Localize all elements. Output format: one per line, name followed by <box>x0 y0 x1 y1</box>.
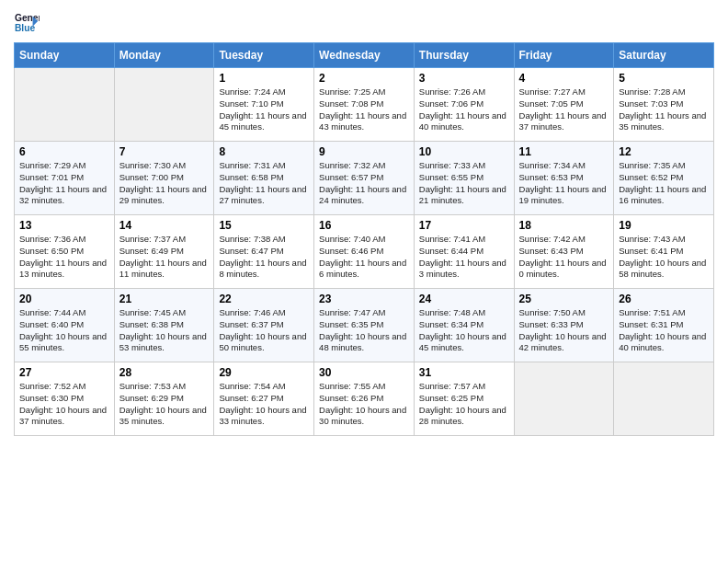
cell-day-number: 22 <box>219 293 309 305</box>
cell-day-number: 5 <box>619 72 709 85</box>
cell-sun-info: Sunrise: 7:36 AMSunset: 6:50 PMDaylight:… <box>19 234 109 281</box>
calendar-cell: 18Sunrise: 7:42 AMSunset: 6:43 PMDayligh… <box>514 215 614 289</box>
cell-day-number: 8 <box>219 145 309 158</box>
cell-sun-info: Sunrise: 7:30 AMSunset: 7:00 PMDaylight:… <box>119 160 210 207</box>
logo-icon: General Blue <box>14 9 40 35</box>
calendar-cell: 24Sunrise: 7:48 AMSunset: 6:34 PMDayligh… <box>414 289 514 362</box>
cell-sun-info: Sunrise: 7:50 AMSunset: 6:33 PMDaylight:… <box>519 307 609 354</box>
calendar-cell: 22Sunrise: 7:46 AMSunset: 6:37 PMDayligh… <box>214 289 314 362</box>
cell-sun-info: Sunrise: 7:24 AMSunset: 7:10 PMDaylight:… <box>219 86 309 133</box>
weekday-header: Friday <box>514 43 614 68</box>
cell-day-number: 27 <box>19 366 109 379</box>
calendar-cell <box>514 362 614 436</box>
calendar-header: SundayMondayTuesdayWednesdayThursdayFrid… <box>15 43 714 68</box>
cell-day-number: 7 <box>119 145 210 158</box>
calendar-week-row: 6Sunrise: 7:29 AMSunset: 7:01 PMDaylight… <box>15 142 714 215</box>
calendar-cell: 14Sunrise: 7:37 AMSunset: 6:49 PMDayligh… <box>114 215 214 289</box>
calendar-cell: 29Sunrise: 7:54 AMSunset: 6:27 PMDayligh… <box>214 362 314 436</box>
cell-day-number: 23 <box>319 293 409 305</box>
cell-day-number: 19 <box>619 219 709 232</box>
calendar-cell <box>114 68 214 142</box>
cell-day-number: 28 <box>119 366 210 379</box>
cell-sun-info: Sunrise: 7:31 AMSunset: 6:58 PMDaylight:… <box>219 160 309 207</box>
calendar-cell: 12Sunrise: 7:35 AMSunset: 6:52 PMDayligh… <box>614 142 714 215</box>
calendar-cell: 30Sunrise: 7:55 AMSunset: 6:26 PMDayligh… <box>314 362 415 436</box>
calendar-cell: 6Sunrise: 7:29 AMSunset: 7:01 PMDaylight… <box>15 142 115 215</box>
cell-day-number: 3 <box>419 72 509 85</box>
cell-sun-info: Sunrise: 7:48 AMSunset: 6:34 PMDaylight:… <box>419 307 509 354</box>
calendar-cell: 15Sunrise: 7:38 AMSunset: 6:47 PMDayligh… <box>214 215 314 289</box>
calendar-cell: 5Sunrise: 7:28 AMSunset: 7:03 PMDaylight… <box>614 68 714 142</box>
cell-day-number: 12 <box>619 145 709 158</box>
calendar-cell <box>15 68 115 142</box>
cell-sun-info: Sunrise: 7:46 AMSunset: 6:37 PMDaylight:… <box>219 307 309 354</box>
weekday-header: Tuesday <box>214 43 314 68</box>
cell-day-number: 9 <box>319 145 409 158</box>
calendar-cell: 11Sunrise: 7:34 AMSunset: 6:53 PMDayligh… <box>514 142 614 215</box>
calendar-cell: 13Sunrise: 7:36 AMSunset: 6:50 PMDayligh… <box>15 215 115 289</box>
calendar-cell: 4Sunrise: 7:27 AMSunset: 7:05 PMDaylight… <box>514 68 614 142</box>
cell-day-number: 21 <box>119 293 210 305</box>
cell-day-number: 6 <box>19 145 109 158</box>
calendar-cell: 25Sunrise: 7:50 AMSunset: 6:33 PMDayligh… <box>514 289 614 362</box>
cell-sun-info: Sunrise: 7:28 AMSunset: 7:03 PMDaylight:… <box>619 86 709 133</box>
cell-sun-info: Sunrise: 7:54 AMSunset: 6:27 PMDaylight:… <box>219 381 309 428</box>
cell-sun-info: Sunrise: 7:25 AMSunset: 7:08 PMDaylight:… <box>319 86 409 133</box>
calendar-cell: 28Sunrise: 7:53 AMSunset: 6:29 PMDayligh… <box>114 362 214 436</box>
logo: General Blue <box>14 9 40 35</box>
cell-day-number: 30 <box>319 366 409 379</box>
weekday-header: Monday <box>114 43 214 68</box>
cell-day-number: 2 <box>319 72 409 85</box>
cell-day-number: 26 <box>619 293 709 305</box>
cell-day-number: 17 <box>419 219 509 232</box>
calendar-cell: 1Sunrise: 7:24 AMSunset: 7:10 PMDaylight… <box>214 68 314 142</box>
cell-day-number: 18 <box>519 219 609 232</box>
cell-sun-info: Sunrise: 7:37 AMSunset: 6:49 PMDaylight:… <box>119 234 210 281</box>
cell-day-number: 15 <box>219 219 309 232</box>
cell-sun-info: Sunrise: 7:47 AMSunset: 6:35 PMDaylight:… <box>319 307 409 354</box>
cell-day-number: 31 <box>419 366 509 379</box>
cell-sun-info: Sunrise: 7:45 AMSunset: 6:38 PMDaylight:… <box>119 307 210 354</box>
cell-day-number: 13 <box>19 219 109 232</box>
calendar-table: SundayMondayTuesdayWednesdayThursdayFrid… <box>14 42 714 436</box>
calendar-week-row: 27Sunrise: 7:52 AMSunset: 6:30 PMDayligh… <box>15 362 714 436</box>
calendar-cell: 23Sunrise: 7:47 AMSunset: 6:35 PMDayligh… <box>314 289 415 362</box>
page-header: General Blue <box>14 9 714 35</box>
calendar-cell: 27Sunrise: 7:52 AMSunset: 6:30 PMDayligh… <box>15 362 115 436</box>
cell-sun-info: Sunrise: 7:29 AMSunset: 7:01 PMDaylight:… <box>19 160 109 207</box>
calendar-cell: 17Sunrise: 7:41 AMSunset: 6:44 PMDayligh… <box>414 215 514 289</box>
calendar-cell <box>614 362 714 436</box>
cell-sun-info: Sunrise: 7:41 AMSunset: 6:44 PMDaylight:… <box>419 234 509 281</box>
calendar-week-row: 20Sunrise: 7:44 AMSunset: 6:40 PMDayligh… <box>15 289 714 362</box>
cell-sun-info: Sunrise: 7:33 AMSunset: 6:55 PMDaylight:… <box>419 160 509 207</box>
cell-sun-info: Sunrise: 7:32 AMSunset: 6:57 PMDaylight:… <box>319 160 409 207</box>
calendar-cell: 31Sunrise: 7:57 AMSunset: 6:25 PMDayligh… <box>414 362 514 436</box>
cell-day-number: 11 <box>519 145 609 158</box>
weekday-header: Thursday <box>414 43 514 68</box>
cell-sun-info: Sunrise: 7:44 AMSunset: 6:40 PMDaylight:… <box>19 307 109 354</box>
cell-sun-info: Sunrise: 7:55 AMSunset: 6:26 PMDaylight:… <box>319 381 409 428</box>
calendar-cell: 2Sunrise: 7:25 AMSunset: 7:08 PMDaylight… <box>314 68 415 142</box>
calendar-cell: 20Sunrise: 7:44 AMSunset: 6:40 PMDayligh… <box>15 289 115 362</box>
calendar-cell: 19Sunrise: 7:43 AMSunset: 6:41 PMDayligh… <box>614 215 714 289</box>
cell-day-number: 1 <box>219 72 309 85</box>
cell-sun-info: Sunrise: 7:43 AMSunset: 6:41 PMDaylight:… <box>619 234 709 281</box>
calendar-cell: 9Sunrise: 7:32 AMSunset: 6:57 PMDaylight… <box>314 142 415 215</box>
cell-sun-info: Sunrise: 7:38 AMSunset: 6:47 PMDaylight:… <box>219 234 309 281</box>
calendar-cell: 10Sunrise: 7:33 AMSunset: 6:55 PMDayligh… <box>414 142 514 215</box>
cell-sun-info: Sunrise: 7:40 AMSunset: 6:46 PMDaylight:… <box>319 234 409 281</box>
weekday-header: Saturday <box>614 43 714 68</box>
calendar-cell: 3Sunrise: 7:26 AMSunset: 7:06 PMDaylight… <box>414 68 514 142</box>
calendar-week-row: 1Sunrise: 7:24 AMSunset: 7:10 PMDaylight… <box>15 68 714 142</box>
cell-day-number: 10 <box>419 145 509 158</box>
cell-day-number: 4 <box>519 72 609 85</box>
cell-day-number: 25 <box>519 293 609 305</box>
calendar-cell: 8Sunrise: 7:31 AMSunset: 6:58 PMDaylight… <box>214 142 314 215</box>
cell-day-number: 20 <box>19 293 109 305</box>
cell-day-number: 24 <box>419 293 509 305</box>
cell-sun-info: Sunrise: 7:35 AMSunset: 6:52 PMDaylight:… <box>619 160 709 207</box>
cell-sun-info: Sunrise: 7:34 AMSunset: 6:53 PMDaylight:… <box>519 160 609 207</box>
weekday-header: Wednesday <box>314 43 415 68</box>
cell-day-number: 29 <box>219 366 309 379</box>
cell-sun-info: Sunrise: 7:51 AMSunset: 6:31 PMDaylight:… <box>619 307 709 354</box>
